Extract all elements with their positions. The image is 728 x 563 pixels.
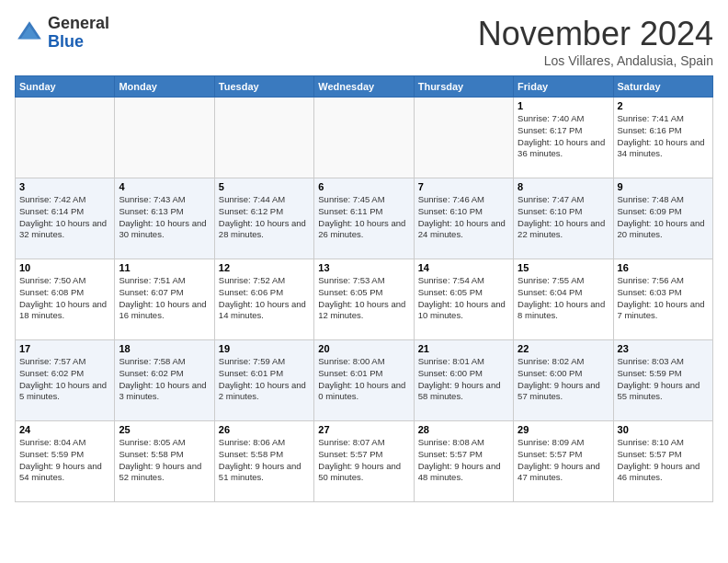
day-info: Sunrise: 8:06 AM Sunset: 5:58 PM Dayligh…: [219, 437, 310, 484]
month-title: November 2024: [478, 15, 713, 53]
calendar-cell: 5Sunrise: 7:44 AM Sunset: 6:12 PM Daylig…: [214, 178, 313, 259]
day-info: Sunrise: 8:01 AM Sunset: 6:00 PM Dayligh…: [418, 356, 509, 403]
day-number: 7: [418, 181, 509, 192]
day-info: Sunrise: 7:52 AM Sunset: 6:06 PM Dayligh…: [219, 275, 310, 322]
calendar-cell: 26Sunrise: 8:06 AM Sunset: 5:58 PM Dayli…: [214, 421, 313, 502]
logo-icon: [15, 18, 44, 48]
day-number: 1: [518, 100, 609, 111]
day-number: 13: [318, 262, 409, 273]
day-number: 15: [518, 262, 609, 273]
day-number: 26: [219, 424, 310, 435]
day-number: 6: [318, 181, 409, 192]
calendar-cell: 9Sunrise: 7:48 AM Sunset: 6:09 PM Daylig…: [613, 178, 712, 259]
day-info: Sunrise: 7:50 AM Sunset: 6:08 PM Dayligh…: [19, 275, 110, 322]
day-info: Sunrise: 8:07 AM Sunset: 5:57 PM Dayligh…: [318, 437, 409, 484]
day-info: Sunrise: 7:40 AM Sunset: 6:17 PM Dayligh…: [518, 113, 609, 160]
calendar-header-row: SundayMondayTuesdayWednesdayThursdayFrid…: [16, 76, 713, 98]
calendar-week-row: 17Sunrise: 7:57 AM Sunset: 6:02 PM Dayli…: [16, 340, 713, 421]
page-header: General Blue November 2024 Los Villares,…: [15, 15, 713, 68]
calendar-week-row: 1Sunrise: 7:40 AM Sunset: 6:17 PM Daylig…: [16, 98, 713, 178]
day-number: 30: [618, 424, 709, 435]
day-info: Sunrise: 7:42 AM Sunset: 6:14 PM Dayligh…: [19, 194, 110, 241]
day-info: Sunrise: 8:09 AM Sunset: 5:57 PM Dayligh…: [518, 437, 609, 484]
day-info: Sunrise: 8:03 AM Sunset: 5:59 PM Dayligh…: [618, 356, 709, 403]
logo: General Blue: [15, 15, 109, 52]
calendar-cell: [414, 98, 513, 178]
day-of-week-header: Sunday: [16, 76, 115, 98]
calendar-cell: 10Sunrise: 7:50 AM Sunset: 6:08 PM Dayli…: [16, 259, 115, 340]
calendar-cell: 20Sunrise: 8:00 AM Sunset: 6:01 PM Dayli…: [314, 340, 414, 421]
day-info: Sunrise: 8:04 AM Sunset: 5:59 PM Dayligh…: [19, 437, 110, 484]
calendar-cell: 24Sunrise: 8:04 AM Sunset: 5:59 PM Dayli…: [16, 421, 115, 502]
calendar-cell: 11Sunrise: 7:51 AM Sunset: 6:07 PM Dayli…: [115, 259, 214, 340]
calendar-cell: 7Sunrise: 7:46 AM Sunset: 6:10 PM Daylig…: [414, 178, 513, 259]
calendar-cell: [115, 98, 214, 178]
day-info: Sunrise: 7:54 AM Sunset: 6:05 PM Dayligh…: [418, 275, 509, 322]
day-number: 12: [219, 262, 310, 273]
calendar-cell: 25Sunrise: 8:05 AM Sunset: 5:58 PM Dayli…: [115, 421, 214, 502]
day-info: Sunrise: 7:51 AM Sunset: 6:07 PM Dayligh…: [119, 275, 210, 322]
day-info: Sunrise: 7:44 AM Sunset: 6:12 PM Dayligh…: [219, 194, 310, 241]
day-info: Sunrise: 7:55 AM Sunset: 6:04 PM Dayligh…: [518, 275, 609, 322]
calendar-cell: 29Sunrise: 8:09 AM Sunset: 5:57 PM Dayli…: [514, 421, 613, 502]
day-info: Sunrise: 7:41 AM Sunset: 6:16 PM Dayligh…: [618, 113, 709, 160]
calendar-cell: 14Sunrise: 7:54 AM Sunset: 6:05 PM Dayli…: [414, 259, 513, 340]
day-number: 17: [19, 343, 110, 354]
day-info: Sunrise: 8:05 AM Sunset: 5:58 PM Dayligh…: [119, 437, 210, 484]
location: Los Villares, Andalusia, Spain: [478, 53, 713, 68]
calendar-cell: 4Sunrise: 7:43 AM Sunset: 6:13 PM Daylig…: [115, 178, 214, 259]
calendar-cell: [214, 98, 313, 178]
day-info: Sunrise: 7:53 AM Sunset: 6:05 PM Dayligh…: [318, 275, 409, 322]
day-number: 23: [618, 343, 709, 354]
day-number: 27: [318, 424, 409, 435]
day-number: 18: [119, 343, 210, 354]
day-of-week-header: Thursday: [414, 76, 513, 98]
calendar-week-row: 24Sunrise: 8:04 AM Sunset: 5:59 PM Dayli…: [16, 421, 713, 502]
calendar-cell: 23Sunrise: 8:03 AM Sunset: 5:59 PM Dayli…: [613, 340, 712, 421]
calendar-cell: 27Sunrise: 8:07 AM Sunset: 5:57 PM Dayli…: [314, 421, 414, 502]
day-of-week-header: Saturday: [613, 76, 712, 98]
day-number: 20: [318, 343, 409, 354]
day-info: Sunrise: 7:47 AM Sunset: 6:10 PM Dayligh…: [518, 194, 609, 241]
calendar-cell: 16Sunrise: 7:56 AM Sunset: 6:03 PM Dayli…: [613, 259, 712, 340]
day-number: 11: [119, 262, 210, 273]
day-number: 24: [19, 424, 110, 435]
day-number: 21: [418, 343, 509, 354]
calendar-cell: 6Sunrise: 7:45 AM Sunset: 6:11 PM Daylig…: [314, 178, 414, 259]
calendar-cell: 28Sunrise: 8:08 AM Sunset: 5:57 PM Dayli…: [414, 421, 513, 502]
day-number: 2: [618, 100, 709, 111]
day-number: 4: [119, 181, 210, 192]
day-info: Sunrise: 8:02 AM Sunset: 6:00 PM Dayligh…: [518, 356, 609, 403]
logo-text: General Blue: [48, 15, 109, 52]
title-block: November 2024 Los Villares, Andalusia, S…: [478, 15, 713, 68]
calendar-cell: 30Sunrise: 8:10 AM Sunset: 5:57 PM Dayli…: [613, 421, 712, 502]
day-info: Sunrise: 7:58 AM Sunset: 6:02 PM Dayligh…: [119, 356, 210, 403]
calendar-cell: 3Sunrise: 7:42 AM Sunset: 6:14 PM Daylig…: [16, 178, 115, 259]
day-info: Sunrise: 7:43 AM Sunset: 6:13 PM Dayligh…: [119, 194, 210, 241]
calendar-cell: 19Sunrise: 7:59 AM Sunset: 6:01 PM Dayli…: [214, 340, 313, 421]
day-info: Sunrise: 7:56 AM Sunset: 6:03 PM Dayligh…: [618, 275, 709, 322]
day-number: 29: [518, 424, 609, 435]
day-number: 9: [618, 181, 709, 192]
day-info: Sunrise: 8:08 AM Sunset: 5:57 PM Dayligh…: [418, 437, 509, 484]
calendar-table: SundayMondayTuesdayWednesdayThursdayFrid…: [15, 75, 713, 502]
calendar-cell: 12Sunrise: 7:52 AM Sunset: 6:06 PM Dayli…: [214, 259, 313, 340]
day-number: 14: [418, 262, 509, 273]
day-number: 16: [618, 262, 709, 273]
day-info: Sunrise: 8:00 AM Sunset: 6:01 PM Dayligh…: [318, 356, 409, 403]
day-info: Sunrise: 7:59 AM Sunset: 6:01 PM Dayligh…: [219, 356, 310, 403]
day-number: 28: [418, 424, 509, 435]
day-of-week-header: Tuesday: [214, 76, 313, 98]
day-number: 8: [518, 181, 609, 192]
calendar-cell: 8Sunrise: 7:47 AM Sunset: 6:10 PM Daylig…: [514, 178, 613, 259]
day-number: 10: [19, 262, 110, 273]
calendar-cell: [16, 98, 115, 178]
day-number: 5: [219, 181, 310, 192]
day-of-week-header: Monday: [115, 76, 214, 98]
day-number: 25: [119, 424, 210, 435]
calendar-cell: 22Sunrise: 8:02 AM Sunset: 6:00 PM Dayli…: [514, 340, 613, 421]
calendar-cell: 18Sunrise: 7:58 AM Sunset: 6:02 PM Dayli…: [115, 340, 214, 421]
day-of-week-header: Wednesday: [314, 76, 414, 98]
day-info: Sunrise: 7:45 AM Sunset: 6:11 PM Dayligh…: [318, 194, 409, 241]
calendar-cell: 1Sunrise: 7:40 AM Sunset: 6:17 PM Daylig…: [514, 98, 613, 178]
